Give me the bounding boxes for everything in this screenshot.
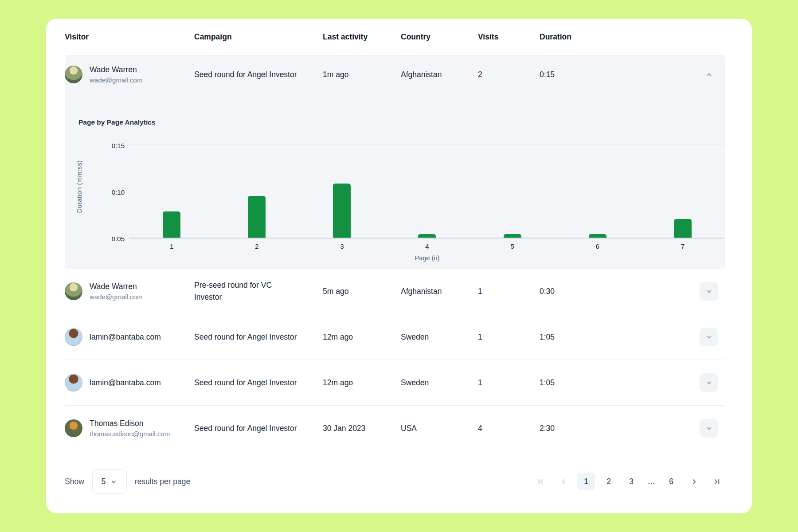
- visitor-cell: Thomas Edisonthomas.edison@gmail.com: [65, 418, 194, 438]
- visitor-name: Thomas Edison: [90, 418, 170, 429]
- table-row: lamin@bantaba.comSeed round for Angel In…: [65, 314, 725, 360]
- chevron-down-icon: [705, 333, 713, 341]
- page-analytics-chart: Page by Page AnalyticsDuration (mm:ss)0:…: [65, 94, 725, 269]
- column-header-country: Country: [401, 32, 478, 42]
- page-button-3[interactable]: 3: [622, 473, 640, 490]
- pagination-bar: Show 5 results per page 123…6: [65, 451, 725, 512]
- avatar: [65, 66, 82, 83]
- last-activity-cell: 30 Jan 2023: [323, 424, 401, 433]
- table-row: Wade Warrenwade@gmail.comPre-seed round …: [65, 269, 725, 314]
- y-axis-tick: 0:10: [112, 188, 125, 196]
- chevron-down-icon: [705, 424, 713, 433]
- campaign-cell: Pre-seed round for VC Investor: [194, 279, 323, 303]
- page-size-value: 5: [101, 477, 106, 486]
- prev-page-button[interactable]: [555, 473, 572, 490]
- visitor-name: Wade Warren: [90, 281, 142, 292]
- column-header-last-activity: Last activity: [323, 32, 401, 42]
- visitor-cell: Wade Warrenwade@gmail.com: [65, 64, 194, 85]
- page-button-2[interactable]: 2: [600, 473, 618, 490]
- column-header-visitor: Visitor: [65, 32, 194, 42]
- page-button-6[interactable]: 6: [662, 473, 680, 490]
- x-axis-tick: 3: [299, 243, 384, 250]
- duration-cell: 2:30: [540, 424, 692, 433]
- visitor-identity: Wade Warrenwade@gmail.com: [90, 281, 142, 301]
- page-size-select[interactable]: 5: [92, 469, 127, 494]
- y-axis-tick: 0:15: [112, 142, 125, 149]
- chart-title: Page by Page Analytics: [78, 118, 725, 126]
- visitor-name: lamin@bantaba.com: [90, 332, 161, 343]
- x-axis-tick: 4: [384, 243, 469, 250]
- table-header: Visitor Campaign Last activity Country V…: [65, 19, 725, 55]
- chevron-left-icon: [559, 477, 568, 486]
- last-activity-cell: 12m ago: [323, 378, 401, 387]
- next-page-button[interactable]: [685, 473, 703, 490]
- column-header-duration: Duration: [540, 32, 692, 42]
- page-size-group: Show 5 results per page: [65, 469, 190, 494]
- column-header-visits: Visits: [478, 32, 540, 42]
- last-page-button[interactable]: [708, 473, 725, 490]
- bar-series: [129, 134, 725, 238]
- country-cell: Sweden: [401, 332, 478, 342]
- chevron-right-icon: [689, 477, 699, 486]
- visitor-name: lamin@bantaba.com: [90, 377, 161, 388]
- visitor-identity: lamin@bantaba.com: [90, 377, 161, 388]
- collapse-row-button[interactable]: [700, 65, 718, 84]
- chevron-down-icon: [705, 379, 713, 387]
- expanded-row-group: Wade Warrenwade@gmail.comSeed round for …: [65, 55, 725, 269]
- bar: [333, 184, 351, 238]
- y-axis-title: Duration (mm:ss): [76, 160, 83, 213]
- x-axis-tick: 1: [129, 243, 214, 250]
- campaign-cell: Seed round for Angel Investor: [194, 422, 323, 434]
- visitor-email: wade@gmail.com: [90, 75, 142, 85]
- last-page-icon: [712, 477, 721, 486]
- country-cell: Sweden: [401, 378, 478, 387]
- bar: [674, 219, 692, 238]
- visitors-analytics-card: Visitor Campaign Last activity Country V…: [46, 19, 752, 513]
- last-activity-cell: 12m ago: [323, 332, 401, 342]
- expand-row-button[interactable]: [700, 419, 718, 438]
- bar-slot: [299, 134, 384, 238]
- expand-row-button[interactable]: [700, 282, 718, 301]
- visitor-identity: lamin@bantaba.com: [90, 332, 161, 343]
- visits-cell: 1: [478, 378, 540, 387]
- expand-row-button[interactable]: [700, 328, 718, 346]
- row-toggle-cell: [692, 282, 725, 301]
- table-body: Wade Warrenwade@gmail.comSeed round for …: [65, 55, 725, 451]
- last-activity-cell: 5m ago: [323, 287, 401, 296]
- show-label: Show: [65, 477, 84, 486]
- visitor-identity: Thomas Edisonthomas.edison@gmail.com: [90, 418, 170, 438]
- chevron-down-icon: [110, 478, 117, 485]
- row-toggle-cell: [692, 419, 725, 438]
- avatar: [65, 328, 82, 346]
- bar-slot: [214, 134, 299, 238]
- column-header-campaign: Campaign: [194, 32, 323, 42]
- page-number-list: 123…6: [577, 473, 680, 490]
- bar-slot: [470, 134, 555, 238]
- x-axis-tick: 6: [555, 243, 640, 250]
- campaign-cell: Seed round for Angel Investor: [194, 331, 323, 343]
- row-toggle-cell: [692, 65, 725, 84]
- bar: [418, 234, 436, 238]
- page-background: { "table": { "columns": ["Visitor", "Cam…: [0, 0, 798, 532]
- duration-cell: 1:05: [540, 378, 692, 387]
- visitor-cell: Wade Warrenwade@gmail.com: [65, 281, 194, 301]
- visitor-email: wade@gmail.com: [90, 292, 142, 301]
- page-button-1[interactable]: 1: [577, 473, 595, 490]
- x-axis-tick: 7: [640, 243, 725, 250]
- visitor-identity: Wade Warrenwade@gmail.com: [90, 64, 142, 85]
- bar: [163, 211, 180, 238]
- visitor-cell: lamin@bantaba.com: [65, 328, 194, 346]
- country-cell: Afghanistan: [401, 70, 478, 79]
- campaign-cell: Seed round for Angel Investor: [194, 377, 323, 389]
- bar: [589, 234, 606, 238]
- duration-cell: 0:30: [540, 287, 692, 296]
- visits-cell: 2: [478, 70, 540, 79]
- y-axis: Duration (mm:ss)0:050:100:15: [78, 134, 129, 239]
- visitor-name: Wade Warren: [90, 64, 142, 75]
- x-axis-title: Page (n): [129, 254, 725, 262]
- first-page-button[interactable]: [532, 473, 550, 490]
- last-activity-cell: 1m ago: [323, 70, 401, 79]
- bar-slot: [129, 134, 214, 238]
- x-axis-tick: 5: [470, 243, 555, 250]
- expand-row-button[interactable]: [700, 373, 718, 392]
